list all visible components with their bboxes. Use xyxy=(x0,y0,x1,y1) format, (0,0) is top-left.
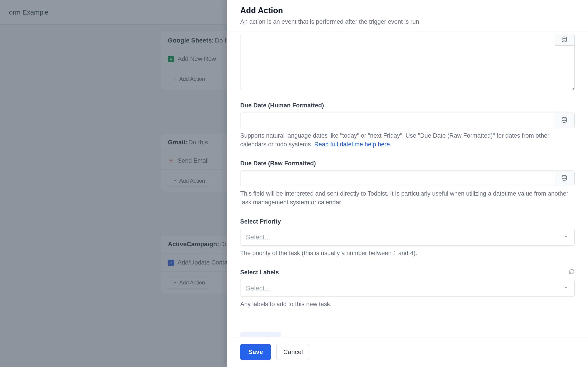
field-label: Due Date (Human Formatted) xyxy=(240,102,575,109)
priority-select[interactable]: Select... xyxy=(240,229,575,246)
labels-select[interactable]: Select... xyxy=(240,280,575,297)
note-textarea[interactable] xyxy=(240,34,575,90)
panel-title: Add Action xyxy=(240,6,575,15)
chevron-down-icon xyxy=(563,234,569,241)
panel-subtitle: An action is an event that is performed … xyxy=(240,18,575,25)
test-action-button[interactable]: Test Action xyxy=(240,332,281,337)
field-priority: Select Priority Select... The priority o… xyxy=(240,218,575,258)
field-due-date-raw: Due Date (Raw Formatted) This field will… xyxy=(240,160,575,207)
help-text: Supports natural language dates like "to… xyxy=(240,131,575,149)
svg-point-13 xyxy=(562,175,566,177)
field-due-date-human: Due Date (Human Formatted) Supports natu… xyxy=(240,102,575,149)
due-date-raw-input[interactable] xyxy=(240,171,554,186)
labels-label-text: Select Labels xyxy=(240,269,279,276)
cancel-button[interactable]: Cancel xyxy=(276,344,310,360)
database-icon xyxy=(561,117,568,124)
field-label: Due Date (Raw Formatted) xyxy=(240,160,575,167)
insert-data-button[interactable] xyxy=(554,34,575,46)
field-labels: Select Labels Select... Any labels to ad… xyxy=(240,269,575,309)
panel-footer: Save Cancel xyxy=(227,337,588,367)
help-text: Any labels to add to this new task. xyxy=(240,300,575,309)
save-button[interactable]: Save xyxy=(240,344,271,360)
refresh-icon[interactable] xyxy=(569,269,575,276)
database-icon xyxy=(561,175,568,182)
field-label: Select Labels xyxy=(240,269,575,276)
insert-data-button[interactable] xyxy=(554,113,575,128)
field-label: Select Priority xyxy=(240,218,575,225)
panel-header: Add Action An action is an event that is… xyxy=(227,0,588,31)
due-date-human-input[interactable] xyxy=(240,113,554,128)
svg-point-11 xyxy=(562,37,566,39)
select-placeholder: Select... xyxy=(246,234,270,241)
field-textarea xyxy=(240,34,575,91)
database-icon xyxy=(561,36,568,44)
chevron-down-icon xyxy=(563,284,569,292)
add-action-panel: Add Action An action is an event that is… xyxy=(227,0,588,367)
help-text: This field will be interpreted and sent … xyxy=(240,189,575,207)
datetime-help-link[interactable]: Read full datetime help here. xyxy=(314,141,391,148)
insert-data-button[interactable] xyxy=(554,171,575,186)
panel-body[interactable]: Due Date (Human Formatted) Supports natu… xyxy=(227,31,588,337)
select-placeholder: Select... xyxy=(246,284,270,292)
help-prefix: Supports natural language dates like "to… xyxy=(240,132,549,148)
help-text: The priority of the task (this is usuall… xyxy=(240,249,575,258)
svg-point-12 xyxy=(562,117,566,119)
